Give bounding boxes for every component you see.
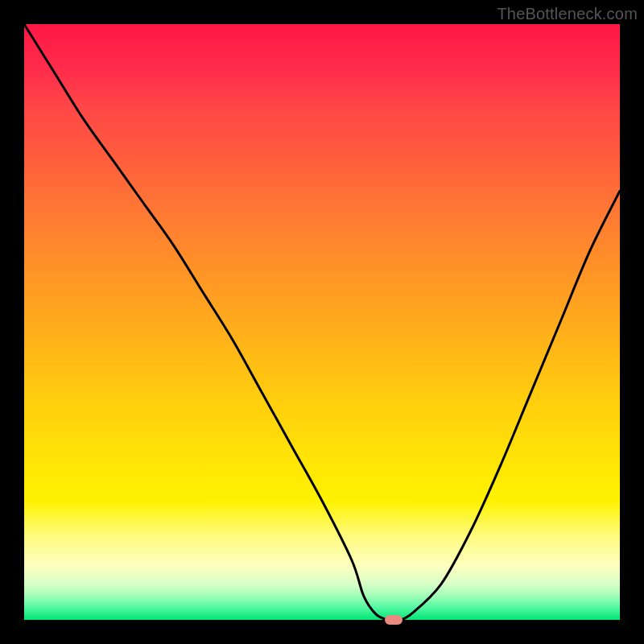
- optimal-marker: [385, 615, 402, 625]
- plot-area: [24, 24, 620, 620]
- watermark-text: TheBottleneck.com: [497, 5, 638, 23]
- chart-frame: TheBottleneck.com: [0, 0, 644, 644]
- bottleneck-curve: [24, 24, 620, 620]
